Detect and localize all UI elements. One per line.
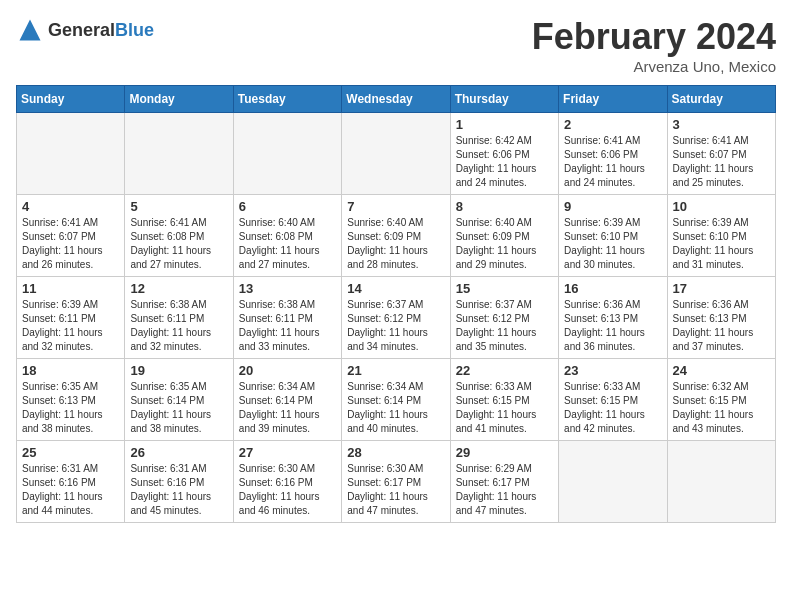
- calendar-cell: 27Sunrise: 6:30 AMSunset: 6:16 PMDayligh…: [233, 441, 341, 523]
- day-info: Sunrise: 6:30 AMSunset: 6:16 PMDaylight:…: [239, 462, 336, 518]
- day-number: 4: [22, 199, 119, 214]
- title-block: February 2024 Arvenza Uno, Mexico: [532, 16, 776, 75]
- day-number: 14: [347, 281, 444, 296]
- calendar-cell: 18Sunrise: 6:35 AMSunset: 6:13 PMDayligh…: [17, 359, 125, 441]
- calendar-cell: 29Sunrise: 6:29 AMSunset: 6:17 PMDayligh…: [450, 441, 558, 523]
- day-number: 6: [239, 199, 336, 214]
- calendar-cell: [342, 113, 450, 195]
- day-number: 8: [456, 199, 553, 214]
- week-row-5: 25Sunrise: 6:31 AMSunset: 6:16 PMDayligh…: [17, 441, 776, 523]
- day-number: 9: [564, 199, 661, 214]
- calendar-cell: 20Sunrise: 6:34 AMSunset: 6:14 PMDayligh…: [233, 359, 341, 441]
- day-info: Sunrise: 6:36 AMSunset: 6:13 PMDaylight:…: [564, 298, 661, 354]
- weekday-header-monday: Monday: [125, 86, 233, 113]
- calendar-cell: 28Sunrise: 6:30 AMSunset: 6:17 PMDayligh…: [342, 441, 450, 523]
- weekday-header-friday: Friday: [559, 86, 667, 113]
- day-number: 20: [239, 363, 336, 378]
- day-number: 10: [673, 199, 770, 214]
- day-number: 7: [347, 199, 444, 214]
- day-number: 3: [673, 117, 770, 132]
- day-info: Sunrise: 6:39 AMSunset: 6:10 PMDaylight:…: [673, 216, 770, 272]
- day-info: Sunrise: 6:40 AMSunset: 6:09 PMDaylight:…: [456, 216, 553, 272]
- calendar-cell: 5Sunrise: 6:41 AMSunset: 6:08 PMDaylight…: [125, 195, 233, 277]
- calendar-cell: 21Sunrise: 6:34 AMSunset: 6:14 PMDayligh…: [342, 359, 450, 441]
- page-header: GeneralBlue February 2024 Arvenza Uno, M…: [16, 16, 776, 75]
- day-info: Sunrise: 6:41 AMSunset: 6:06 PMDaylight:…: [564, 134, 661, 190]
- week-row-3: 11Sunrise: 6:39 AMSunset: 6:11 PMDayligh…: [17, 277, 776, 359]
- calendar-cell: 14Sunrise: 6:37 AMSunset: 6:12 PMDayligh…: [342, 277, 450, 359]
- calendar-cell: [17, 113, 125, 195]
- day-info: Sunrise: 6:31 AMSunset: 6:16 PMDaylight:…: [130, 462, 227, 518]
- week-row-2: 4Sunrise: 6:41 AMSunset: 6:07 PMDaylight…: [17, 195, 776, 277]
- day-info: Sunrise: 6:36 AMSunset: 6:13 PMDaylight:…: [673, 298, 770, 354]
- calendar-cell: 16Sunrise: 6:36 AMSunset: 6:13 PMDayligh…: [559, 277, 667, 359]
- day-info: Sunrise: 6:35 AMSunset: 6:13 PMDaylight:…: [22, 380, 119, 436]
- month-title: February 2024: [532, 16, 776, 58]
- calendar-cell: [233, 113, 341, 195]
- day-info: Sunrise: 6:38 AMSunset: 6:11 PMDaylight:…: [239, 298, 336, 354]
- logo: GeneralBlue: [16, 16, 154, 44]
- day-info: Sunrise: 6:40 AMSunset: 6:09 PMDaylight:…: [347, 216, 444, 272]
- day-info: Sunrise: 6:34 AMSunset: 6:14 PMDaylight:…: [347, 380, 444, 436]
- day-number: 13: [239, 281, 336, 296]
- day-info: Sunrise: 6:41 AMSunset: 6:07 PMDaylight:…: [673, 134, 770, 190]
- calendar-cell: 13Sunrise: 6:38 AMSunset: 6:11 PMDayligh…: [233, 277, 341, 359]
- calendar-cell: 12Sunrise: 6:38 AMSunset: 6:11 PMDayligh…: [125, 277, 233, 359]
- day-number: 24: [673, 363, 770, 378]
- calendar-cell: 2Sunrise: 6:41 AMSunset: 6:06 PMDaylight…: [559, 113, 667, 195]
- calendar-cell: [125, 113, 233, 195]
- day-number: 16: [564, 281, 661, 296]
- day-info: Sunrise: 6:42 AMSunset: 6:06 PMDaylight:…: [456, 134, 553, 190]
- svg-marker-0: [20, 20, 41, 41]
- calendar-table: SundayMondayTuesdayWednesdayThursdayFrid…: [16, 85, 776, 523]
- location: Arvenza Uno, Mexico: [532, 58, 776, 75]
- weekday-header-thursday: Thursday: [450, 86, 558, 113]
- weekday-header-tuesday: Tuesday: [233, 86, 341, 113]
- calendar-cell: 25Sunrise: 6:31 AMSunset: 6:16 PMDayligh…: [17, 441, 125, 523]
- day-info: Sunrise: 6:30 AMSunset: 6:17 PMDaylight:…: [347, 462, 444, 518]
- day-number: 2: [564, 117, 661, 132]
- calendar-cell: 3Sunrise: 6:41 AMSunset: 6:07 PMDaylight…: [667, 113, 775, 195]
- logo-general: General: [48, 20, 115, 40]
- calendar-cell: 9Sunrise: 6:39 AMSunset: 6:10 PMDaylight…: [559, 195, 667, 277]
- calendar-cell: 8Sunrise: 6:40 AMSunset: 6:09 PMDaylight…: [450, 195, 558, 277]
- day-number: 27: [239, 445, 336, 460]
- day-number: 5: [130, 199, 227, 214]
- day-number: 23: [564, 363, 661, 378]
- weekday-header-wednesday: Wednesday: [342, 86, 450, 113]
- day-info: Sunrise: 6:33 AMSunset: 6:15 PMDaylight:…: [456, 380, 553, 436]
- calendar-cell: 24Sunrise: 6:32 AMSunset: 6:15 PMDayligh…: [667, 359, 775, 441]
- calendar-cell: 11Sunrise: 6:39 AMSunset: 6:11 PMDayligh…: [17, 277, 125, 359]
- weekday-header-row: SundayMondayTuesdayWednesdayThursdayFrid…: [17, 86, 776, 113]
- logo-wordmark: GeneralBlue: [48, 20, 154, 41]
- calendar-cell: 6Sunrise: 6:40 AMSunset: 6:08 PMDaylight…: [233, 195, 341, 277]
- day-number: 11: [22, 281, 119, 296]
- day-number: 1: [456, 117, 553, 132]
- day-info: Sunrise: 6:34 AMSunset: 6:14 PMDaylight:…: [239, 380, 336, 436]
- calendar-cell: 1Sunrise: 6:42 AMSunset: 6:06 PMDaylight…: [450, 113, 558, 195]
- day-info: Sunrise: 6:38 AMSunset: 6:11 PMDaylight:…: [130, 298, 227, 354]
- calendar-cell: 23Sunrise: 6:33 AMSunset: 6:15 PMDayligh…: [559, 359, 667, 441]
- day-info: Sunrise: 6:35 AMSunset: 6:14 PMDaylight:…: [130, 380, 227, 436]
- weekday-header-sunday: Sunday: [17, 86, 125, 113]
- calendar-cell: 19Sunrise: 6:35 AMSunset: 6:14 PMDayligh…: [125, 359, 233, 441]
- logo-icon: [16, 16, 44, 44]
- day-number: 28: [347, 445, 444, 460]
- calendar-cell: 4Sunrise: 6:41 AMSunset: 6:07 PMDaylight…: [17, 195, 125, 277]
- weekday-header-saturday: Saturday: [667, 86, 775, 113]
- calendar-cell: 15Sunrise: 6:37 AMSunset: 6:12 PMDayligh…: [450, 277, 558, 359]
- calendar-cell: 22Sunrise: 6:33 AMSunset: 6:15 PMDayligh…: [450, 359, 558, 441]
- day-info: Sunrise: 6:37 AMSunset: 6:12 PMDaylight:…: [347, 298, 444, 354]
- calendar-cell: [667, 441, 775, 523]
- day-info: Sunrise: 6:39 AMSunset: 6:11 PMDaylight:…: [22, 298, 119, 354]
- day-info: Sunrise: 6:41 AMSunset: 6:07 PMDaylight:…: [22, 216, 119, 272]
- calendar-cell: 7Sunrise: 6:40 AMSunset: 6:09 PMDaylight…: [342, 195, 450, 277]
- calendar-cell: 10Sunrise: 6:39 AMSunset: 6:10 PMDayligh…: [667, 195, 775, 277]
- calendar-cell: 17Sunrise: 6:36 AMSunset: 6:13 PMDayligh…: [667, 277, 775, 359]
- day-info: Sunrise: 6:37 AMSunset: 6:12 PMDaylight:…: [456, 298, 553, 354]
- day-number: 22: [456, 363, 553, 378]
- day-info: Sunrise: 6:41 AMSunset: 6:08 PMDaylight:…: [130, 216, 227, 272]
- day-info: Sunrise: 6:40 AMSunset: 6:08 PMDaylight:…: [239, 216, 336, 272]
- day-number: 19: [130, 363, 227, 378]
- calendar-cell: 26Sunrise: 6:31 AMSunset: 6:16 PMDayligh…: [125, 441, 233, 523]
